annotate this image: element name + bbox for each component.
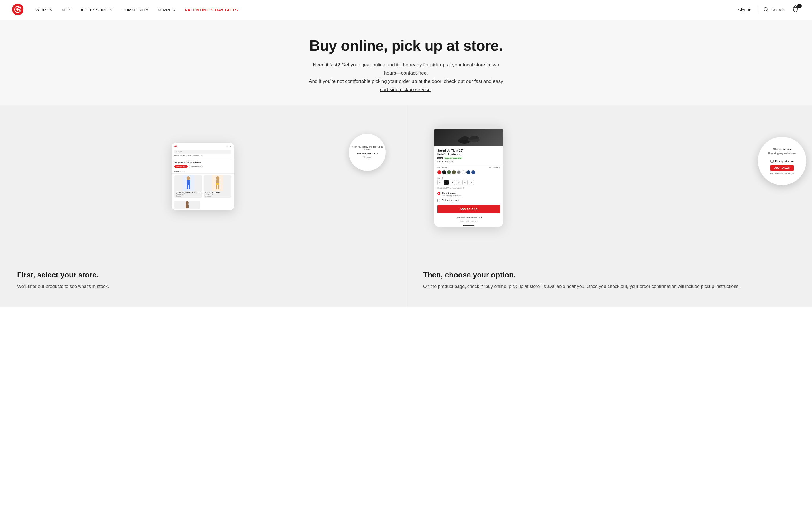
phone-products: Speed Up Tight 28" Full-On Luxtreme $118… (172, 174, 234, 200)
logo[interactable]: ॐ (12, 3, 24, 17)
left-col-title: First, select your store. (17, 271, 389, 279)
search-label: Search (771, 7, 784, 12)
size-2[interactable]: 2 (444, 180, 449, 185)
nav-valentines[interactable]: VALENTINE'S DAY GIFTS (185, 7, 238, 12)
nav-divider (757, 6, 757, 13)
phone-all-tab: All Items (398) (174, 165, 188, 168)
phone-home-indicator (463, 225, 474, 226)
left-phone-container: ॐ ⊙ ≡ Search Pants Shirts Coats & Jacket… (17, 123, 389, 231)
add-to-bag-btn[interactable]: ADD TO BAG (437, 205, 500, 213)
right-phone-product-image (434, 129, 503, 146)
swatch-green[interactable] (447, 170, 451, 174)
search-container[interactable]: Search (763, 6, 784, 13)
right-phone-product-title: Speed Up Tight 28"Full-On Luxtreme (437, 149, 500, 156)
check-store-link[interactable]: Check All Store Inventory > (434, 215, 503, 220)
swatch-grey[interactable] (457, 170, 461, 174)
ship-sub: Free shipping and returns (442, 195, 461, 197)
svg-point-17 (186, 201, 188, 204)
swatch-navy[interactable] (466, 170, 470, 174)
size-label: Size: 2 (434, 176, 503, 180)
svg-point-2 (764, 7, 768, 11)
hero-section: Buy online, pick up at store. Need it fa… (0, 20, 812, 105)
phone-section-title: Women's What's New (172, 159, 234, 165)
available-near-you-link[interactable]: Available Near You (351, 152, 383, 155)
svg-point-4 (794, 12, 795, 12)
phone-nav-tabs: Pants Shirts Coats & Jackets Br (174, 155, 231, 158)
nav-women[interactable]: WOMEN (35, 7, 53, 12)
bubble-pickup-checkbox[interactable] (771, 160, 774, 163)
right-phone-top-bar (434, 126, 503, 129)
nav-community[interactable]: COMMUNITY (122, 7, 149, 12)
swatch-black[interactable] (442, 170, 446, 174)
phone-tab-pants: Pants (174, 155, 179, 156)
bubble-ship-label: Ship it to me (773, 147, 792, 151)
svg-rect-9 (187, 184, 188, 189)
nav-mirror[interactable]: MIRROR (158, 7, 176, 12)
right-phone-badges: NEW FULL-ON™ LUXTREME (437, 157, 463, 159)
cart-icon (792, 10, 799, 14)
nav-men[interactable]: MEN (62, 7, 72, 12)
color-count-link[interactable]: 10 colours > (489, 167, 500, 169)
fit-note: Christina is 5'5" and wears a size 6 (434, 186, 503, 191)
size-0[interactable]: 0 (437, 180, 443, 185)
bubble-add-to-bag[interactable]: ADD TO BAG (771, 165, 794, 171)
bubble-divider (766, 157, 798, 157)
color-label: Wild Bluetit (437, 167, 447, 169)
available-near-you-bubble: Near You to buy and pick up in store. Av… (349, 134, 386, 171)
swatch-blue[interactable] (471, 170, 475, 174)
phone-product-1: Speed Up Tight 28" Full-On Luxtreme $118… (174, 176, 202, 198)
bubble-check-store[interactable]: Check All Store Inventory (771, 172, 794, 174)
bubble-text: Near You to buy and pick up in store. (351, 146, 383, 151)
search-icon (763, 6, 769, 13)
right-panel: Speed Up Tight 28"Full-On Luxtreme NEW F… (406, 105, 812, 259)
size-10[interactable]: 10 (469, 180, 474, 185)
phone-product-2-img (204, 176, 231, 191)
size-8[interactable]: 8 (463, 180, 468, 185)
bubble-pickup-row: Pick up at store (771, 160, 793, 163)
size-6[interactable]: 6 (456, 180, 461, 185)
phone-filter-tabs: All Items (398) Available Near (172, 165, 234, 169)
swatch-red[interactable] (437, 170, 441, 174)
nav-links: WOMEN MEN ACCESSORIES COMMUNITY MIRROR V… (35, 7, 738, 12)
right-phone-swatches (434, 170, 503, 176)
swatch-white[interactable] (462, 170, 466, 174)
nav-accessories[interactable]: ACCESSORIES (80, 7, 112, 12)
ship-label: Ship it to me (442, 192, 461, 195)
phone-product-2-info: Hotty Hot Short II 2.5" $58.00 CAD 16 co… (204, 191, 231, 198)
right-phone-container: Speed Up Tight 28"Full-On Luxtreme NEW F… (423, 123, 795, 231)
bubble-sort: ⇅ Sort (351, 156, 383, 159)
ship-option: Ship it to me Free shipping and returns (442, 192, 461, 196)
ship-radio[interactable] (437, 192, 440, 195)
phone-product-1-colors: 10 colours (176, 195, 201, 197)
phone-logo: ॐ (174, 145, 177, 148)
size-4[interactable]: 4 (450, 180, 455, 185)
navbar: ॐ WOMEN MEN ACCESSORIES COMMUNITY MIRROR… (0, 0, 812, 20)
right-bottom-col: Then, choose your option. On the product… (406, 259, 812, 307)
curbside-link[interactable]: curbside pickup service (380, 87, 431, 92)
phone-home-icon: ⊙ (227, 145, 229, 147)
swatch-olive[interactable] (452, 170, 456, 174)
shipping-options-bubble: Ship it to me Free shipping and returns … (758, 137, 806, 185)
bubble-pickup-label: Pick up at store (775, 160, 793, 163)
phone-tab-coats: Coats & Jackets (187, 155, 199, 156)
phone-tab-more: Br (201, 155, 202, 156)
cart-button[interactable]: 0 (790, 4, 800, 15)
bottom-text-section: First, select your store. We'll filter o… (0, 259, 812, 307)
cart-count: 0 (797, 4, 802, 8)
sign-in-button[interactable]: Sign In (738, 7, 752, 12)
nav-right: Sign In Search 0 (738, 4, 800, 15)
right-col-title: Then, choose your option. (423, 271, 795, 279)
phone-near-tab: Available Near (189, 165, 202, 168)
new-badge: NEW (437, 157, 443, 159)
phone-filters-btn: ⊞ Filters (174, 170, 181, 172)
ship-to-me-row: Ship it to me Free shipping and returns (434, 191, 503, 197)
right-phone-mock: Speed Up Tight 28"Full-On Luxtreme NEW F… (434, 126, 503, 227)
pickup-checkbox[interactable] (437, 199, 440, 202)
phone-search-bar: Search (174, 150, 231, 154)
left-panel: ॐ ⊙ ≡ Search Pants Shirts Coats & Jacket… (0, 105, 406, 259)
svg-rect-15 (216, 185, 217, 190)
phone-product-2-colors: 16 colours (205, 195, 230, 197)
pickup-at-store-row: Pick up at store (434, 198, 503, 203)
svg-point-7 (187, 176, 190, 180)
svg-rect-8 (187, 180, 190, 185)
